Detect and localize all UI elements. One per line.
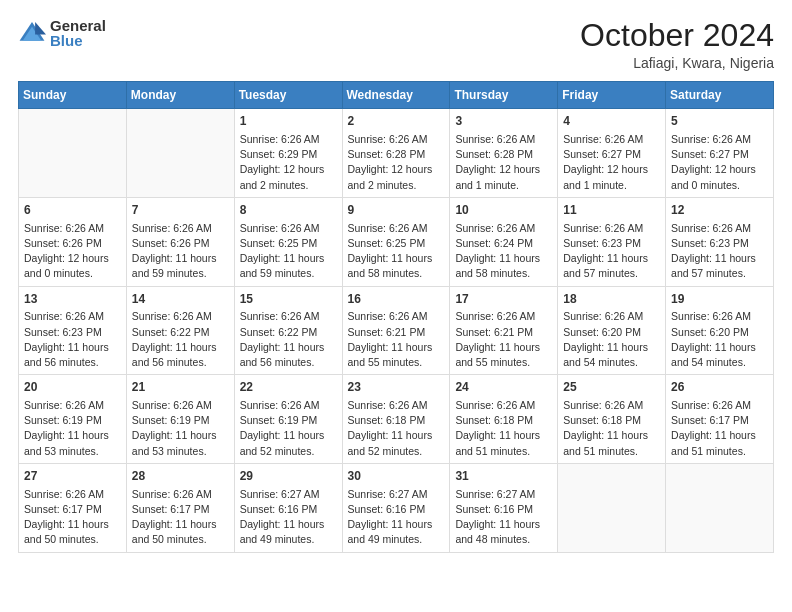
calendar-day-cell xyxy=(558,463,666,552)
day-info: Sunrise: 6:26 AM Sunset: 6:20 PM Dayligh… xyxy=(671,309,768,370)
calendar-day-cell: 11Sunrise: 6:26 AM Sunset: 6:23 PM Dayli… xyxy=(558,197,666,286)
logo-blue-label: Blue xyxy=(50,33,106,48)
day-info: Sunrise: 6:26 AM Sunset: 6:25 PM Dayligh… xyxy=(240,221,337,282)
day-number: 6 xyxy=(24,202,121,219)
day-number: 7 xyxy=(132,202,229,219)
calendar-day-cell: 12Sunrise: 6:26 AM Sunset: 6:23 PM Dayli… xyxy=(666,197,774,286)
day-info: Sunrise: 6:26 AM Sunset: 6:23 PM Dayligh… xyxy=(671,221,768,282)
calendar-day-cell: 26Sunrise: 6:26 AM Sunset: 6:17 PM Dayli… xyxy=(666,375,774,464)
location-label: Lafiagi, Kwara, Nigeria xyxy=(580,55,774,71)
calendar-day-cell: 5Sunrise: 6:26 AM Sunset: 6:27 PM Daylig… xyxy=(666,109,774,198)
calendar-day-cell: 24Sunrise: 6:26 AM Sunset: 6:18 PM Dayli… xyxy=(450,375,558,464)
calendar-day-cell: 9Sunrise: 6:26 AM Sunset: 6:25 PM Daylig… xyxy=(342,197,450,286)
day-number: 23 xyxy=(348,379,445,396)
day-number: 12 xyxy=(671,202,768,219)
day-number: 13 xyxy=(24,291,121,308)
calendar-week-row: 13Sunrise: 6:26 AM Sunset: 6:23 PM Dayli… xyxy=(19,286,774,375)
calendar-day-cell xyxy=(666,463,774,552)
day-number: 8 xyxy=(240,202,337,219)
calendar-day-cell: 25Sunrise: 6:26 AM Sunset: 6:18 PM Dayli… xyxy=(558,375,666,464)
day-info: Sunrise: 6:26 AM Sunset: 6:18 PM Dayligh… xyxy=(563,398,660,459)
day-info: Sunrise: 6:26 AM Sunset: 6:18 PM Dayligh… xyxy=(455,398,552,459)
day-number: 31 xyxy=(455,468,552,485)
day-info: Sunrise: 6:26 AM Sunset: 6:28 PM Dayligh… xyxy=(348,132,445,193)
calendar-day-cell: 8Sunrise: 6:26 AM Sunset: 6:25 PM Daylig… xyxy=(234,197,342,286)
calendar-day-cell xyxy=(19,109,127,198)
calendar-day-cell: 16Sunrise: 6:26 AM Sunset: 6:21 PM Dayli… xyxy=(342,286,450,375)
day-number: 22 xyxy=(240,379,337,396)
calendar-day-cell: 13Sunrise: 6:26 AM Sunset: 6:23 PM Dayli… xyxy=(19,286,127,375)
logo-icon xyxy=(18,19,46,47)
day-number: 24 xyxy=(455,379,552,396)
day-info: Sunrise: 6:27 AM Sunset: 6:16 PM Dayligh… xyxy=(240,487,337,548)
day-info: Sunrise: 6:26 AM Sunset: 6:21 PM Dayligh… xyxy=(348,309,445,370)
weekday-header: Tuesday xyxy=(234,82,342,109)
calendar-day-cell: 19Sunrise: 6:26 AM Sunset: 6:20 PM Dayli… xyxy=(666,286,774,375)
day-info: Sunrise: 6:26 AM Sunset: 6:28 PM Dayligh… xyxy=(455,132,552,193)
calendar-day-cell: 7Sunrise: 6:26 AM Sunset: 6:26 PM Daylig… xyxy=(126,197,234,286)
day-info: Sunrise: 6:26 AM Sunset: 6:27 PM Dayligh… xyxy=(671,132,768,193)
day-info: Sunrise: 6:26 AM Sunset: 6:22 PM Dayligh… xyxy=(132,309,229,370)
calendar-day-cell: 3Sunrise: 6:26 AM Sunset: 6:28 PM Daylig… xyxy=(450,109,558,198)
header: General Blue October 2024 Lafiagi, Kwara… xyxy=(18,18,774,71)
title-block: October 2024 Lafiagi, Kwara, Nigeria xyxy=(580,18,774,71)
logo: General Blue xyxy=(18,18,106,48)
weekday-header: Wednesday xyxy=(342,82,450,109)
calendar-day-cell: 17Sunrise: 6:26 AM Sunset: 6:21 PM Dayli… xyxy=(450,286,558,375)
calendar-header-row: SundayMondayTuesdayWednesdayThursdayFrid… xyxy=(19,82,774,109)
day-number: 14 xyxy=(132,291,229,308)
calendar-day-cell: 22Sunrise: 6:26 AM Sunset: 6:19 PM Dayli… xyxy=(234,375,342,464)
day-number: 20 xyxy=(24,379,121,396)
day-number: 27 xyxy=(24,468,121,485)
calendar-day-cell: 28Sunrise: 6:26 AM Sunset: 6:17 PM Dayli… xyxy=(126,463,234,552)
day-info: Sunrise: 6:26 AM Sunset: 6:19 PM Dayligh… xyxy=(24,398,121,459)
day-info: Sunrise: 6:26 AM Sunset: 6:20 PM Dayligh… xyxy=(563,309,660,370)
calendar-week-row: 6Sunrise: 6:26 AM Sunset: 6:26 PM Daylig… xyxy=(19,197,774,286)
calendar-day-cell: 31Sunrise: 6:27 AM Sunset: 6:16 PM Dayli… xyxy=(450,463,558,552)
weekday-header: Thursday xyxy=(450,82,558,109)
day-info: Sunrise: 6:26 AM Sunset: 6:25 PM Dayligh… xyxy=(348,221,445,282)
day-number: 9 xyxy=(348,202,445,219)
day-number: 16 xyxy=(348,291,445,308)
weekday-header: Saturday xyxy=(666,82,774,109)
day-info: Sunrise: 6:26 AM Sunset: 6:23 PM Dayligh… xyxy=(563,221,660,282)
day-info: Sunrise: 6:26 AM Sunset: 6:27 PM Dayligh… xyxy=(563,132,660,193)
calendar-day-cell: 27Sunrise: 6:26 AM Sunset: 6:17 PM Dayli… xyxy=(19,463,127,552)
day-number: 28 xyxy=(132,468,229,485)
calendar-day-cell: 4Sunrise: 6:26 AM Sunset: 6:27 PM Daylig… xyxy=(558,109,666,198)
svg-marker-2 xyxy=(35,22,46,34)
day-number: 18 xyxy=(563,291,660,308)
day-number: 21 xyxy=(132,379,229,396)
day-number: 15 xyxy=(240,291,337,308)
day-info: Sunrise: 6:26 AM Sunset: 6:17 PM Dayligh… xyxy=(132,487,229,548)
weekday-header: Monday xyxy=(126,82,234,109)
calendar-day-cell: 1Sunrise: 6:26 AM Sunset: 6:29 PM Daylig… xyxy=(234,109,342,198)
day-number: 26 xyxy=(671,379,768,396)
day-info: Sunrise: 6:26 AM Sunset: 6:26 PM Dayligh… xyxy=(24,221,121,282)
day-info: Sunrise: 6:26 AM Sunset: 6:17 PM Dayligh… xyxy=(671,398,768,459)
day-number: 19 xyxy=(671,291,768,308)
weekday-header: Sunday xyxy=(19,82,127,109)
day-info: Sunrise: 6:27 AM Sunset: 6:16 PM Dayligh… xyxy=(348,487,445,548)
day-info: Sunrise: 6:26 AM Sunset: 6:21 PM Dayligh… xyxy=(455,309,552,370)
day-number: 2 xyxy=(348,113,445,130)
calendar-day-cell: 29Sunrise: 6:27 AM Sunset: 6:16 PM Dayli… xyxy=(234,463,342,552)
day-number: 11 xyxy=(563,202,660,219)
calendar-table: SundayMondayTuesdayWednesdayThursdayFrid… xyxy=(18,81,774,552)
day-number: 3 xyxy=(455,113,552,130)
logo-general-label: General xyxy=(50,18,106,33)
day-info: Sunrise: 6:26 AM Sunset: 6:23 PM Dayligh… xyxy=(24,309,121,370)
page: General Blue October 2024 Lafiagi, Kwara… xyxy=(0,0,792,612)
calendar-week-row: 27Sunrise: 6:26 AM Sunset: 6:17 PM Dayli… xyxy=(19,463,774,552)
day-info: Sunrise: 6:26 AM Sunset: 6:18 PM Dayligh… xyxy=(348,398,445,459)
logo-text: General Blue xyxy=(50,18,106,48)
weekday-header: Friday xyxy=(558,82,666,109)
calendar-day-cell: 6Sunrise: 6:26 AM Sunset: 6:26 PM Daylig… xyxy=(19,197,127,286)
day-number: 4 xyxy=(563,113,660,130)
calendar-day-cell: 30Sunrise: 6:27 AM Sunset: 6:16 PM Dayli… xyxy=(342,463,450,552)
calendar-week-row: 1Sunrise: 6:26 AM Sunset: 6:29 PM Daylig… xyxy=(19,109,774,198)
calendar-day-cell xyxy=(126,109,234,198)
day-number: 5 xyxy=(671,113,768,130)
day-number: 17 xyxy=(455,291,552,308)
day-info: Sunrise: 6:26 AM Sunset: 6:29 PM Dayligh… xyxy=(240,132,337,193)
